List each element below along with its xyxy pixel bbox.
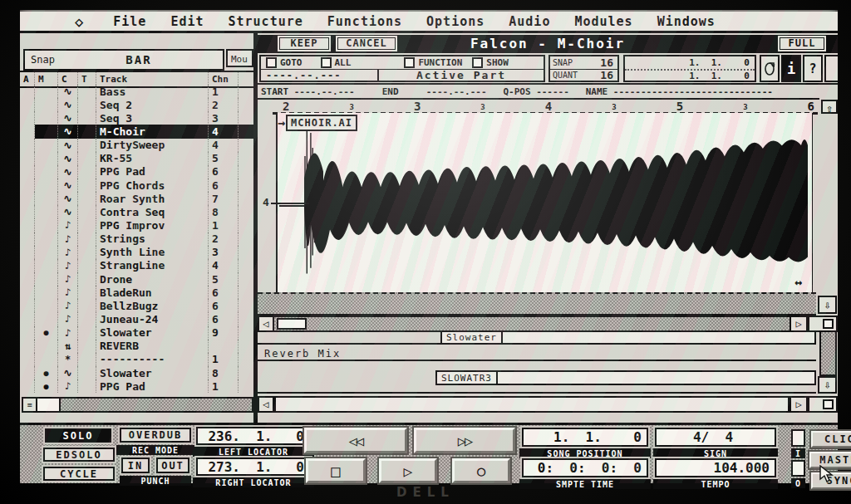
mute-dot[interactable] [35,218,58,232]
tempo-display[interactable]: 104.000 [655,458,776,477]
mute-dot[interactable]: ● [35,366,58,379]
track-type-cell[interactable] [78,272,96,286]
track-channel[interactable]: 4 [209,139,239,152]
track-row[interactable]: ♪ BellzBugz 6 [20,299,253,312]
track-class-icon[interactable]: ♪ [58,299,78,312]
mute-dot[interactable]: ● [35,326,58,340]
mute-dot[interactable] [35,272,58,286]
track-type-cell[interactable] [78,353,96,366]
track-type-cell[interactable] [78,340,96,353]
track-name[interactable]: BellzBugz [96,299,209,312]
track-name[interactable]: Synth Line [96,246,209,259]
track-row[interactable]: ∿ PPG Chords 6 [20,179,253,192]
cancel-button[interactable]: CANCEL [337,37,396,50]
part-name-label[interactable]: MCHOIR.AI [286,115,357,131]
cycle-button[interactable]: CYCLE [43,467,115,481]
track-class-icon[interactable]: ∿ [58,179,78,192]
punch-out-button[interactable]: OUT [156,458,189,473]
active-part-field[interactable]: Active Part [377,70,544,82]
track-channel[interactable]: 4 [209,259,239,272]
part-name-tag[interactable]: → MCHOIR.AI [278,115,357,131]
track-name[interactable]: REVERB [96,340,209,353]
mute-dot[interactable] [35,232,58,246]
track-row[interactable]: ∿ Roar Synth 7 [20,192,253,205]
track-row[interactable]: ∿ Seq 2 2 [20,98,253,111]
sign-display[interactable]: 4/ 4 [655,428,776,447]
hscroll2-track[interactable] [274,396,790,413]
track-type-cell[interactable] [78,85,96,98]
activity-cell[interactable] [20,192,35,205]
full-button[interactable]: FULL [780,37,824,50]
track-class-icon[interactable]: ⇅ [58,340,78,353]
mute-dot[interactable] [35,246,58,259]
track-class-icon[interactable]: ∿ [58,85,78,98]
track-channel[interactable]: 6 [209,312,239,325]
position-display-top[interactable]: 1. 1. 0 [625,56,755,71]
mute-dot[interactable] [35,179,58,192]
track-class-icon[interactable]: ∿ [58,152,78,165]
scrollbar-thumb[interactable] [37,399,61,411]
track-channel[interactable]: 1 [209,353,239,366]
hscroll2-size-corner[interactable] [808,396,838,413]
snap-value[interactable]: BAR [55,53,223,66]
mute-dot[interactable] [35,125,58,138]
track-channel[interactable] [209,340,239,353]
all-checkbox[interactable] [321,57,332,68]
track-name[interactable]: Seq 3 [96,111,209,125]
mute-dot[interactable] [35,312,58,325]
track-channel[interactable]: 1 [209,218,239,232]
track-class-icon[interactable]: ∿ [58,165,78,179]
activity-cell[interactable] [20,340,35,353]
track-channel[interactable]: 6 [209,165,239,179]
track-type-cell[interactable] [78,179,96,192]
track-list-scrollbar[interactable]: ≡ [22,397,253,413]
track-channel[interactable]: 8 [209,366,239,379]
loop-icon[interactable] [760,55,780,82]
ear-icon[interactable]: ? [803,55,823,82]
track-row[interactable]: ♪ PPG Improv 1 [20,218,253,232]
punch-in-button[interactable]: IN [121,458,150,473]
track-row[interactable]: ♪ StrangLine 4 [20,259,253,272]
track-channel[interactable]: 8 [209,205,239,218]
track-name[interactable]: Contra Seq [96,205,209,218]
track-class-icon[interactable]: ♪ [58,312,78,325]
smpte-display[interactable]: 0: 0: 0: 0 [522,458,648,477]
hscroll1-left-arrow[interactable]: ◁ [258,316,274,332]
track-name[interactable]: PPG Pad [96,379,209,393]
activity-cell[interactable] [20,232,35,246]
track-class-icon[interactable]: ∿ [58,192,78,205]
stop-button[interactable]: □ [306,458,366,483]
activity-cell[interactable] [20,246,35,259]
track-type-cell[interactable] [78,165,96,179]
track-channel[interactable]: 2 [209,232,239,246]
track-row[interactable]: * ---------- 1 [20,353,253,366]
hscroll1-right-arrow[interactable]: ▷ [790,316,808,332]
activity-cell[interactable] [20,139,35,152]
activity-cell[interactable] [20,218,35,232]
track-type-cell[interactable] [78,98,96,111]
track-class-icon[interactable]: ♪ [58,286,78,299]
activity-cell[interactable] [20,272,35,286]
track-class-icon[interactable]: ∿ [58,125,78,138]
menu-item[interactable]: Audio [509,14,550,29]
part-slowater[interactable]: Slowater [440,330,816,345]
hscroll1-track[interactable] [274,316,790,332]
track-row[interactable]: ∿ KR-55 5 [20,152,253,165]
track-type-cell[interactable] [78,259,96,272]
overdub-button[interactable]: OVERDUB [120,428,191,443]
track-type-cell[interactable] [78,379,96,393]
track-class-icon[interactable]: ∿ [58,139,78,152]
editor-quant-value[interactable]: 16 [578,69,617,81]
activity-cell[interactable] [20,125,35,138]
track-class-icon[interactable]: ∿ [58,205,78,218]
menu-item[interactable]: Windows [657,14,716,29]
mute-dot[interactable] [35,192,58,205]
song-position-display[interactable]: 1. 1. 0 [522,428,648,447]
track-row[interactable]: ● ♪ PPG Pad 1 [20,379,253,393]
track-row[interactable]: ∿ Bass 1 [20,85,253,98]
track-channel[interactable]: 5 [209,272,239,286]
track-row[interactable]: ♪ Synth Line 3 [20,246,253,259]
track-class-icon[interactable]: ♪ [58,272,78,286]
scroll-down-arrow-2[interactable]: ⇩ [818,376,837,394]
track-channel[interactable]: 9 [209,326,239,340]
